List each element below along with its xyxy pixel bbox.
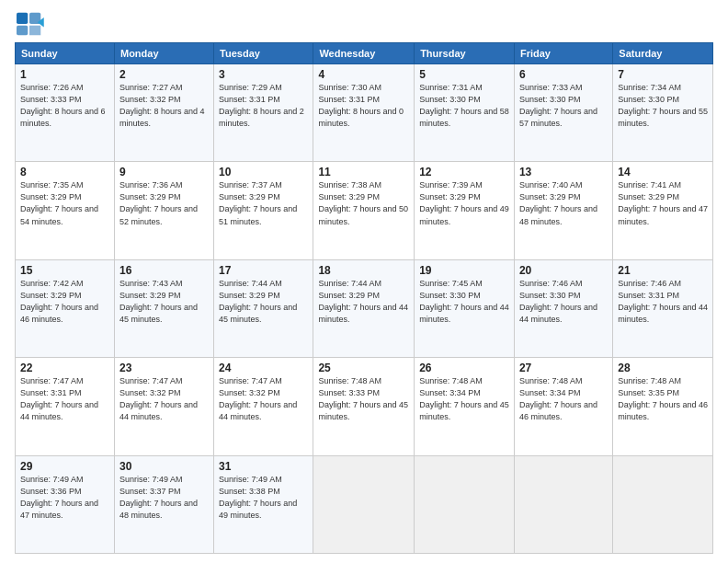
day-info: Sunrise: 7:49 AMSunset: 3:38 PMDaylight:… [219,474,308,522]
day-info: Sunrise: 7:42 AMSunset: 3:29 PMDaylight:… [20,278,109,326]
day-info: Sunrise: 7:46 AMSunset: 3:31 PMDaylight:… [618,278,708,326]
day-number: 31 [219,460,308,473]
day-number: 29 [20,460,109,473]
calendar-cell: 2Sunrise: 7:27 AMSunset: 3:32 PMDaylight… [114,64,213,162]
day-info: Sunrise: 7:47 AMSunset: 3:32 PMDaylight:… [119,375,209,423]
calendar-cell: 31Sunrise: 7:49 AMSunset: 3:38 PMDayligh… [214,455,313,553]
day-number: 25 [318,362,409,374]
day-info: Sunrise: 7:39 AMSunset: 3:29 PMDaylight:… [419,179,509,227]
calendar-cell: 30Sunrise: 7:49 AMSunset: 3:37 PMDayligh… [114,455,213,553]
calendar-cell: 6Sunrise: 7:33 AMSunset: 3:30 PMDaylight… [514,64,612,162]
day-info: Sunrise: 7:44 AMSunset: 3:29 PMDaylight:… [318,278,409,326]
day-info: Sunrise: 7:48 AMSunset: 3:35 PMDaylight:… [618,375,708,423]
calendar-week-2: 8Sunrise: 7:35 AMSunset: 3:29 PMDaylight… [16,162,713,259]
day-number: 4 [318,68,409,81]
day-info: Sunrise: 7:35 AMSunset: 3:29 PMDaylight:… [20,179,109,227]
calendar-week-3: 15Sunrise: 7:42 AMSunset: 3:29 PMDayligh… [16,259,713,357]
calendar-cell: 20Sunrise: 7:46 AMSunset: 3:30 PMDayligh… [514,259,612,357]
day-number: 20 [519,264,608,277]
svg-rect-2 [17,26,28,36]
day-number: 28 [618,362,708,374]
day-number: 24 [219,362,308,374]
calendar-cell: 8Sunrise: 7:35 AMSunset: 3:29 PMDaylight… [16,162,115,259]
day-info: Sunrise: 7:49 AMSunset: 3:36 PMDaylight:… [20,474,109,522]
day-header-thursday: Thursday [415,43,515,64]
calendar-cell: 19Sunrise: 7:45 AMSunset: 3:30 PMDayligh… [415,259,515,357]
day-number: 8 [20,166,109,178]
calendar-cell: 22Sunrise: 7:47 AMSunset: 3:31 PMDayligh… [16,358,115,455]
day-header-monday: Monday [114,43,213,64]
day-number: 15 [20,264,109,277]
day-info: Sunrise: 7:43 AMSunset: 3:29 PMDaylight:… [119,278,209,326]
calendar-cell: 29Sunrise: 7:49 AMSunset: 3:36 PMDayligh… [16,455,115,553]
day-number: 7 [618,68,708,81]
page: SundayMondayTuesdayWednesdayThursdayFrid… [0,0,728,563]
day-info: Sunrise: 7:49 AMSunset: 3:37 PMDaylight:… [119,474,209,522]
day-number: 30 [119,460,209,473]
day-number: 2 [119,68,209,81]
day-number: 27 [519,362,608,374]
day-number: 3 [219,68,308,81]
calendar-cell: 18Sunrise: 7:44 AMSunset: 3:29 PMDayligh… [313,259,415,357]
day-info: Sunrise: 7:48 AMSunset: 3:33 PMDaylight:… [318,375,409,423]
calendar-cell: 3Sunrise: 7:29 AMSunset: 3:31 PMDaylight… [214,64,313,162]
day-info: Sunrise: 7:30 AMSunset: 3:31 PMDaylight:… [318,82,409,130]
day-number: 12 [419,166,509,178]
day-number: 19 [419,264,509,277]
calendar-week-4: 22Sunrise: 7:47 AMSunset: 3:31 PMDayligh… [16,358,713,455]
calendar-cell: 27Sunrise: 7:48 AMSunset: 3:34 PMDayligh… [514,358,612,455]
day-number: 22 [20,362,109,374]
calendar-cell: 7Sunrise: 7:34 AMSunset: 3:30 PMDaylight… [613,64,713,162]
calendar-cell [313,455,415,553]
calendar-cell: 9Sunrise: 7:36 AMSunset: 3:29 PMDaylight… [114,162,213,259]
day-number: 16 [119,264,209,277]
calendar-cell: 1Sunrise: 7:26 AMSunset: 3:33 PMDaylight… [16,64,115,162]
day-info: Sunrise: 7:45 AMSunset: 3:30 PMDaylight:… [419,278,509,326]
day-info: Sunrise: 7:48 AMSunset: 3:34 PMDaylight:… [419,375,509,423]
day-number: 11 [318,166,409,178]
day-number: 26 [419,362,509,374]
calendar-cell: 26Sunrise: 7:48 AMSunset: 3:34 PMDayligh… [415,358,515,455]
calendar-cell [415,455,515,553]
day-number: 10 [219,166,308,178]
calendar-table: SundayMondayTuesdayWednesdayThursdayFrid… [15,42,713,554]
day-header-saturday: Saturday [613,43,713,64]
day-number: 23 [119,362,209,374]
logo-icon [15,11,44,37]
svg-marker-3 [29,26,40,36]
logo [15,11,48,37]
calendar-header-row: SundayMondayTuesdayWednesdayThursdayFrid… [16,43,713,64]
day-info: Sunrise: 7:38 AMSunset: 3:29 PMDaylight:… [318,179,409,227]
calendar-cell: 25Sunrise: 7:48 AMSunset: 3:33 PMDayligh… [313,358,415,455]
day-header-sunday: Sunday [16,43,115,64]
calendar-cell: 5Sunrise: 7:31 AMSunset: 3:30 PMDaylight… [415,64,515,162]
calendar-cell: 17Sunrise: 7:44 AMSunset: 3:29 PMDayligh… [214,259,313,357]
day-header-friday: Friday [514,43,612,64]
day-number: 17 [219,264,308,277]
calendar-cell: 14Sunrise: 7:41 AMSunset: 3:29 PMDayligh… [613,162,713,259]
day-info: Sunrise: 7:41 AMSunset: 3:29 PMDaylight:… [618,179,708,227]
day-info: Sunrise: 7:48 AMSunset: 3:34 PMDaylight:… [519,375,608,423]
header [15,11,713,37]
day-number: 18 [318,264,409,277]
day-header-tuesday: Tuesday [214,43,313,64]
day-number: 6 [519,68,608,81]
calendar-cell: 12Sunrise: 7:39 AMSunset: 3:29 PMDayligh… [415,162,515,259]
calendar-cell: 15Sunrise: 7:42 AMSunset: 3:29 PMDayligh… [16,259,115,357]
calendar-cell: 16Sunrise: 7:43 AMSunset: 3:29 PMDayligh… [114,259,213,357]
day-info: Sunrise: 7:47 AMSunset: 3:32 PMDaylight:… [219,375,308,423]
day-info: Sunrise: 7:40 AMSunset: 3:29 PMDaylight:… [519,179,608,227]
calendar-cell: 4Sunrise: 7:30 AMSunset: 3:31 PMDaylight… [313,64,415,162]
calendar-cell [613,455,713,553]
day-info: Sunrise: 7:37 AMSunset: 3:29 PMDaylight:… [219,179,308,227]
svg-rect-0 [17,13,28,24]
day-info: Sunrise: 7:27 AMSunset: 3:32 PMDaylight:… [119,82,209,130]
calendar-week-5: 29Sunrise: 7:49 AMSunset: 3:36 PMDayligh… [16,455,713,553]
day-number: 1 [20,68,109,81]
day-info: Sunrise: 7:33 AMSunset: 3:30 PMDaylight:… [519,82,608,130]
day-info: Sunrise: 7:34 AMSunset: 3:30 PMDaylight:… [618,82,708,130]
day-number: 9 [119,166,209,178]
calendar-cell: 21Sunrise: 7:46 AMSunset: 3:31 PMDayligh… [613,259,713,357]
day-header-wednesday: Wednesday [313,43,415,64]
calendar-cell: 10Sunrise: 7:37 AMSunset: 3:29 PMDayligh… [214,162,313,259]
